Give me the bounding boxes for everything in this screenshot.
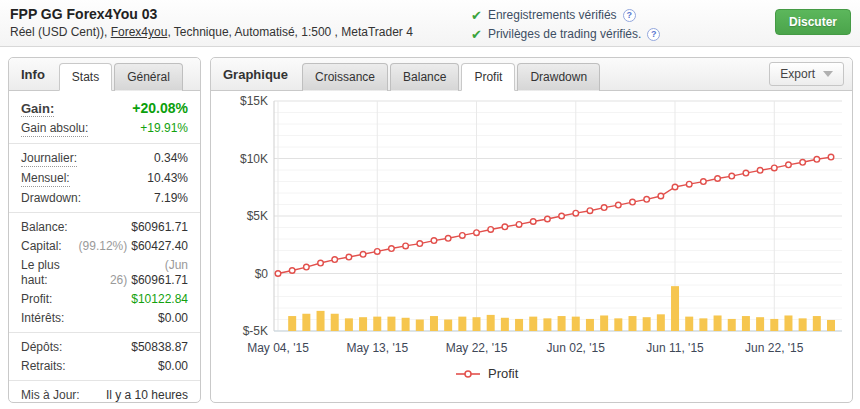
stat-row-gain-absolu: Gain absolu:+19.91% xyxy=(9,119,200,139)
stat-row-gain: Gain:+20.08% xyxy=(9,99,200,119)
stat-row-interets: Intérêts:$0.00 xyxy=(9,309,200,328)
stat-label-mis-a-jour: Mis à Jour: xyxy=(21,388,80,403)
svg-text:May 22, '15: May 22, '15 xyxy=(446,341,508,355)
stat-row-mensuel: Mensuel:10.43% xyxy=(9,169,200,189)
tab-stats[interactable]: Stats xyxy=(59,63,112,91)
stat-value-mensuel: 10.43% xyxy=(147,171,188,186)
stat-row-journalier: Journalier:0.34% xyxy=(9,149,200,169)
divider xyxy=(9,212,200,213)
svg-text:May 04, '15: May 04, '15 xyxy=(247,341,309,355)
profit-chart-svg: $15K$10K$5K$0$-5KMay 04, '15May 13, '15M… xyxy=(211,92,852,403)
info-panel-header: Info StatsGénéral xyxy=(9,58,200,91)
top-header: FPP GG Forex4You 03 Réel (USD Cent)), Fo… xyxy=(0,0,860,47)
stat-value-balance: $60961.71 xyxy=(131,220,188,235)
stat-row-capital: Capital:(99.12%)$60427.40 xyxy=(9,237,200,256)
account-meta-text: , Technique, Automatisé, 1:500 , MetaTra… xyxy=(167,25,412,39)
info-panel: Info StatsGénéral Gain:+20.08%Gain absol… xyxy=(8,57,201,403)
divider xyxy=(9,143,200,144)
verified-records-label: Enregistrements vérifiés xyxy=(488,8,617,22)
check-icon: ✔ xyxy=(471,27,482,42)
stat-row-depots: Dépôts:$50838.87 xyxy=(9,338,200,357)
divider xyxy=(9,380,200,381)
stat-label-capital: Capital: xyxy=(21,239,62,254)
stat-label-retraits: Retraits: xyxy=(21,359,66,374)
account-title: FPP GG Forex4You 03 xyxy=(10,6,413,22)
account-subtitle: Réel (USD Cent)), Forex4you, Technique, … xyxy=(10,25,413,39)
stat-value-gain-absolu: +19.91% xyxy=(140,121,188,136)
stat-value-le-plus-haut: (Jun 26)$60961.71 xyxy=(87,258,188,288)
chart-panel-header: Graphique CroissanceBalanceProfitDrawdow… xyxy=(211,58,852,91)
stat-value-journalier: 0.34% xyxy=(154,151,188,166)
chart-panel: Graphique CroissanceBalanceProfitDrawdow… xyxy=(210,57,853,403)
stat-label-balance: Balance: xyxy=(21,220,68,235)
stat-label-gain-absolu: Gain absolu: xyxy=(21,121,88,137)
stat-value-capital: (99.12%)$60427.40 xyxy=(79,239,188,254)
stat-label-interets: Intérêts: xyxy=(21,311,64,326)
info-panel-title: Info xyxy=(9,67,59,90)
stat-row-retraits: Retraits:$0.00 xyxy=(9,357,200,376)
stats-body: Gain:+20.08%Gain absolu:+19.91%Journalie… xyxy=(9,91,200,409)
help-icon[interactable]: ? xyxy=(623,9,636,22)
stat-row-balance: Balance:$60961.71 xyxy=(9,218,200,237)
tab-drawdown[interactable]: Drawdown xyxy=(517,63,600,91)
tab-g-n-ral[interactable]: Général xyxy=(114,63,183,91)
stat-label-depots: Dépôts: xyxy=(21,340,62,355)
stat-value-retraits: $0.00 xyxy=(158,359,188,374)
tab-croissance[interactable]: Croissance xyxy=(302,63,388,91)
svg-text:Jun 22, '15: Jun 22, '15 xyxy=(745,341,804,355)
tab-balance[interactable]: Balance xyxy=(390,63,459,91)
stat-value-profit: $10122.84 xyxy=(131,292,188,307)
divider xyxy=(9,332,200,333)
stat-row-profit: Profit:$10122.84 xyxy=(9,290,200,309)
svg-text:$5K: $5K xyxy=(247,209,268,223)
svg-text:Jun 11, '15: Jun 11, '15 xyxy=(646,341,704,355)
svg-text:May 13, '15: May 13, '15 xyxy=(346,341,408,355)
page: { "header": { "title": "FPP GG Forex4You… xyxy=(0,0,860,409)
stat-prefix-capital: (99.12%) xyxy=(79,239,128,253)
verification-block: ✔ Enregistrements vérifiés ? ✔ Privilège… xyxy=(471,6,660,44)
discuss-button[interactable]: Discuter xyxy=(775,9,851,35)
stat-prefix-le-plus-haut: (Jun 26) xyxy=(110,258,188,287)
stat-label-gain: Gain: xyxy=(21,101,54,117)
svg-text:$10K: $10K xyxy=(240,152,268,166)
verified-trading-row: ✔ Privilèges de trading vérifiés. ? xyxy=(471,25,660,43)
chart-panel-title: Graphique xyxy=(211,67,302,90)
account-header: FPP GG Forex4You 03 Réel (USD Cent)), Fo… xyxy=(10,6,413,39)
export-label: Export xyxy=(780,67,815,81)
stat-value-depots: $50838.87 xyxy=(131,340,188,355)
stat-value-interets: $0.00 xyxy=(158,311,188,326)
stat-label-mensuel: Mensuel: xyxy=(21,171,70,187)
chart-tabs: CroissanceBalanceProfitDrawdown xyxy=(302,63,602,90)
help-icon[interactable]: ? xyxy=(647,28,660,41)
stat-value-gain: +20.08% xyxy=(132,101,188,116)
broker-link[interactable]: Forex4you xyxy=(111,25,168,39)
svg-text:$15K: $15K xyxy=(240,94,268,108)
stat-label-profit: Profit: xyxy=(21,292,52,307)
svg-text:$-5K: $-5K xyxy=(243,324,268,338)
stat-label-drawdown: Drawdown: xyxy=(21,191,81,206)
stat-value-mis-a-jour: Il y a 10 heures xyxy=(106,388,188,403)
stat-label-le-plus-haut: Le plus haut: xyxy=(21,258,87,288)
check-icon: ✔ xyxy=(471,8,482,23)
profit-chart: $15K$10K$5K$0$-5KMay 04, '15May 13, '15M… xyxy=(211,92,852,403)
stat-value-drawdown: 7.19% xyxy=(154,191,188,206)
stat-row-le-plus-haut: Le plus haut:(Jun 26)$60961.71 xyxy=(9,256,200,290)
stat-row-suivi: Suivi:1 xyxy=(9,405,200,409)
stat-row-drawdown: Drawdown:7.19% xyxy=(9,189,200,208)
export-button[interactable]: Export xyxy=(769,62,844,86)
info-tabs: StatsGénéral xyxy=(59,63,185,90)
stat-label-journalier: Journalier: xyxy=(21,151,77,167)
svg-text:$0: $0 xyxy=(255,267,269,281)
tab-profit[interactable]: Profit xyxy=(461,63,515,91)
account-type-text: Réel (USD Cent)), xyxy=(10,25,111,39)
svg-text:Profit: Profit xyxy=(488,366,519,381)
verified-trading-label: Privilèges de trading vérifiés. xyxy=(488,27,641,41)
stat-row-mis-a-jour: Mis à Jour:Il y a 10 heures xyxy=(9,386,200,405)
verified-records-row: ✔ Enregistrements vérifiés ? xyxy=(471,6,660,24)
chevron-down-icon xyxy=(823,71,833,77)
svg-text:Jun 02, '15: Jun 02, '15 xyxy=(547,341,606,355)
